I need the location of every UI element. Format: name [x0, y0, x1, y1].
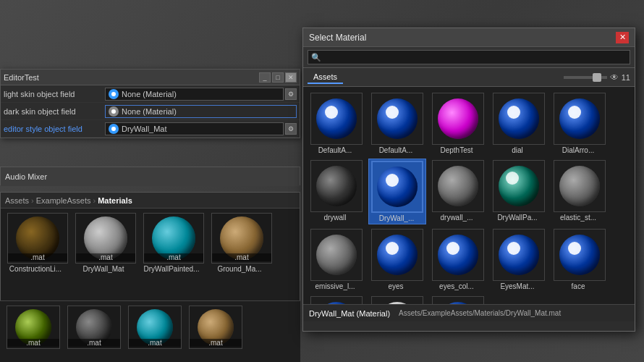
list-item[interactable]: .mat	[126, 306, 184, 358]
asset-thumb	[310, 229, 363, 281]
asset-thumb	[493, 93, 545, 145]
asset-name: DefaultA...	[309, 146, 361, 154]
select-material-dialog: Select Material ✕ Assets 👁 11 DefaultA..…	[302, 28, 635, 332]
list-item[interactable]: .mat	[65, 306, 123, 358]
list-item[interactable]: eyes	[368, 227, 426, 292]
list-item[interactable]: .mat DryWallPainted...	[141, 213, 206, 273]
material-name: DryWallPainted...	[141, 265, 202, 273]
status-material-path: Assets/ExampleAssets/Materials/DryWall_M…	[399, 309, 561, 317]
material-thumb: .mat	[143, 213, 204, 264]
asset-sphere	[316, 98, 357, 139]
breadcrumb-materials: Materials	[98, 196, 132, 205]
asset-sphere	[438, 166, 478, 206]
panel-minimize-button[interactable]: _	[259, 72, 271, 83]
panel-close-button[interactable]: ✕	[285, 72, 297, 83]
mat-label: .mat	[144, 253, 203, 261]
search-input[interactable]	[308, 50, 630, 64]
light-skin-label: light skin object field	[4, 90, 105, 98]
material-thumb: .mat	[189, 306, 242, 349]
editor-row-light-skin: light skin object field None (Material) …	[1, 85, 300, 103]
asset-name: elastic_st...	[552, 214, 604, 222]
list-item[interactable]: drywall_...	[429, 159, 487, 224]
light-skin-options-button[interactable]: ⚙	[285, 88, 297, 100]
asset-name: eyes	[370, 282, 422, 290]
list-item[interactable]: .mat	[187, 306, 245, 358]
audio-mixer-titlebar: Audio Mixer	[1, 167, 300, 186]
asset-name: DryWallPa...	[491, 214, 543, 222]
list-item[interactable]: face	[551, 227, 609, 292]
material-thumb: .mat	[75, 213, 136, 264]
list-item[interactable]: DryWall_...	[368, 159, 426, 224]
asset-thumb	[371, 296, 423, 304]
material-name: Ground_Ma...	[209, 265, 270, 273]
audio-mixer-title: Audio Mixer	[5, 172, 47, 181]
asset-thumb	[493, 160, 545, 212]
editor-style-field[interactable]: DryWall_Mat	[105, 122, 284, 135]
breadcrumb-assets[interactable]: Assets	[5, 196, 29, 205]
list-item[interactable]: .mat ConstructionLi...	[5, 213, 70, 273]
list-item[interactable]: DefaultA...	[308, 91, 365, 156]
list-item[interactable]: Font Mat...	[429, 295, 487, 304]
asset-sphere	[316, 235, 357, 275]
asset-name: DryWall_...	[370, 214, 423, 222]
list-item[interactable]: .mat Ground_Ma...	[209, 213, 274, 273]
asset-thumb	[310, 296, 363, 304]
list-item[interactable]: DryWallPa...	[490, 159, 548, 224]
editor-style-value: DryWall_Mat	[122, 125, 280, 133]
editor-row-dark-skin: dark skin object field None (Material)	[1, 103, 300, 120]
list-item[interactable]: .mat	[4, 306, 62, 358]
asset-thumb	[493, 229, 545, 281]
list-item[interactable]: Fields	[368, 295, 426, 304]
list-item[interactable]: emissive_l...	[308, 227, 365, 292]
asset-thumb	[432, 296, 484, 304]
list-item[interactable]: DialArro...	[551, 91, 609, 156]
editor-row-editor-style: editor style object field DryWall_Mat ⚙	[1, 120, 300, 138]
editor-style-options-button[interactable]: ⚙	[285, 123, 297, 135]
material-thumb: .mat	[67, 306, 121, 349]
asset-name: DefaultA...	[370, 146, 422, 154]
list-item[interactable]: .mat DryWall_Mat	[73, 213, 138, 273]
audio-mixer-panel: Audio Mixer	[0, 167, 300, 185]
asset-sphere	[377, 302, 418, 304]
asset-sphere	[438, 98, 478, 139]
breadcrumb-example-assets[interactable]: ExampleAssets	[36, 196, 91, 205]
asset-thumb	[371, 229, 423, 281]
view-size-slider[interactable]	[564, 76, 607, 79]
asset-sphere	[377, 235, 418, 275]
mat-label: .mat	[7, 339, 59, 347]
list-item[interactable]: drywall	[308, 159, 365, 224]
asset-name: drywall_...	[431, 214, 483, 222]
list-item[interactable]: face_col...	[308, 295, 365, 304]
mat-label: .mat	[129, 339, 181, 347]
dialog-titlebar: Select Material ✕	[303, 28, 635, 47]
dark-skin-label: dark skin object field	[4, 107, 105, 116]
list-item[interactable]: dial	[490, 91, 548, 156]
list-item[interactable]: eyes_col...	[429, 227, 487, 292]
asset-thumb	[432, 229, 484, 281]
asset-name: drywall	[309, 214, 361, 222]
dialog-close-button[interactable]: ✕	[616, 32, 629, 43]
list-item[interactable]: DefaultA...	[368, 91, 426, 156]
asset-thumb	[371, 161, 423, 213]
mat-label: .mat	[8, 253, 67, 261]
asset-name: face	[552, 282, 604, 290]
list-item[interactable]: EyesMat...	[490, 227, 548, 292]
light-skin-field[interactable]: None (Material)	[105, 88, 284, 101]
dialog-search-bar	[303, 47, 635, 68]
bottom-materials-row: .mat .mat .mat .mat	[0, 300, 300, 362]
asset-thumb	[554, 160, 606, 212]
list-item[interactable]: DepthTest	[429, 91, 487, 156]
asset-thumb	[432, 93, 484, 145]
tab-assets[interactable]: Assets	[308, 71, 343, 84]
editor-style-label[interactable]: editor style object field	[4, 125, 105, 133]
mat-label: .mat	[190, 339, 242, 347]
asset-sphere	[559, 235, 600, 275]
material-name: DryWall_Mat	[73, 265, 134, 273]
status-material-name: DryWall_Mat (Material)	[309, 309, 390, 318]
material-thumb: .mat	[211, 213, 272, 264]
list-item[interactable]: elastic_st...	[551, 159, 609, 224]
material-thumb: .mat	[128, 306, 182, 349]
field-icon-blue	[109, 89, 119, 99]
panel-maximize-button[interactable]: □	[272, 72, 284, 83]
dark-skin-field[interactable]: None (Material)	[105, 105, 297, 118]
